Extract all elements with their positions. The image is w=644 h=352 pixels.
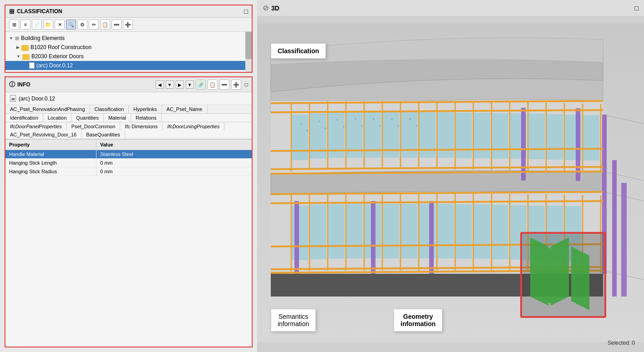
tab-hyperlinks[interactable]: Hyperlinks [129,105,162,113]
classification-title: ⊞ CLASSIFICATION [9,8,62,15]
svg-point-96 [355,118,356,120]
callout-semantics-text: Semanticsinformation [278,313,309,327]
info-copy-btn[interactable]: 📋 [208,80,218,90]
toolbar-btn-1[interactable]: ⊞ [9,20,19,30]
nav-dropdown-btn[interactable]: ▼ [166,80,174,89]
svg-rect-67 [474,204,490,259]
svg-rect-66 [456,204,472,259]
toolbar-btn-filter[interactable]: 🔍 [66,20,76,30]
tab-ac-pset-renovation[interactable]: AC_Pset_RenovationAndPhasing [5,105,90,113]
nav-dropdown2-btn[interactable]: ▼ [186,80,194,89]
classification-scrollbar[interactable] [245,32,252,72]
item-doc-icon: ▤ [10,95,16,102]
svg-point-98 [373,118,375,120]
svg-rect-63 [401,204,417,258]
svg-rect-41 [310,113,326,159]
cube-icon: ⊞ [9,8,15,15]
svg-rect-40 [292,115,308,160]
tab-ifc-door-lining[interactable]: IfcDoorLiningProperties [162,122,224,131]
svg-rect-49 [456,113,472,158]
svg-rect-73 [294,201,299,274]
svg-point-100 [391,118,393,120]
toolbar-btn-2[interactable]: ≡ [20,20,30,30]
tree-item-b2030[interactable]: ▼ B2030 Exterior Doors [5,52,245,61]
expand-arrow-building: ▼ [9,36,13,40]
folder-b2030 [22,54,30,60]
svg-point-103 [416,125,417,127]
folder-b1020 [21,45,29,51]
svg-point-94 [336,119,338,121]
tab-ac-pset-revolving[interactable]: AC_Pset_Revolving_Door_16 [5,131,81,139]
toolbar-btn-minus[interactable]: ➖ [112,20,122,30]
svg-point-101 [397,125,399,127]
svg-point-99 [379,125,381,127]
tab-pset-door-common[interactable]: Pset_DoorCommon [67,122,121,131]
info-add-btn[interactable]: ➕ [231,80,241,90]
tab-ifc-door-panel[interactable]: IfcDoorPanelProperties [5,122,67,131]
building-svg [257,16,644,350]
toolbar-btn-4[interactable]: 📁 [43,20,53,30]
svg-point-90 [300,123,302,125]
tab-ifc-dimensions[interactable]: Ifc Dimensions [120,122,162,131]
prop-header: Property Value [5,140,252,150]
view-maximize[interactable]: □ [635,5,639,12]
svg-point-91 [306,130,308,131]
classification-toolbar: ⊞ ≡ 📄 📁 ✕ 🔍 ⚙ ✏ 📋 ➖ ➕ [5,18,252,32]
building-3d-view[interactable]: Classification Semanticsinformation Geom… [257,16,644,350]
prop-value-hanging-length: 0 mm [96,159,252,167]
svg-rect-53 [528,114,545,159]
svg-rect-51 [492,113,508,159]
info-link-btn[interactable]: 🔗 [196,80,206,90]
svg-rect-50 [474,113,490,158]
info-maximize[interactable]: □ [245,81,248,88]
prop-name-hanging-radius: Hanging Stick Radius [5,167,96,176]
svg-rect-48 [437,112,454,158]
tree-label-b2030: B2030 Exterior Doors [31,53,84,60]
svg-rect-57 [292,206,308,260]
tab-location[interactable]: Location [43,114,72,122]
info-nav: ◀ ▼ ▶ ▼ 🔗 📋 ➖ ➕ □ [156,80,248,90]
svg-point-93 [325,127,326,129]
svg-rect-79 [612,160,617,297]
tab-relations[interactable]: Relations [131,114,162,122]
svg-rect-110 [621,183,627,297]
view-header: ⊘ 3D □ [257,0,644,16]
toolbar-btn-edit[interactable]: ✏ [89,20,99,30]
tree-item-b1020[interactable]: ▶ B1020 Roof Construction [5,43,245,52]
nav-forward-btn[interactable]: ▶ [176,80,184,89]
classification-maximize[interactable]: □ [244,8,248,15]
toolbar-btn-5[interactable]: ✕ [55,20,65,30]
classification-panel: ⊞ CLASSIFICATION □ ⊞ ≡ 📄 📁 ✕ 🔍 ⚙ ✏ 📋 ➖ ➕… [5,5,253,73]
svg-point-102 [409,118,411,120]
info-remove-btn[interactable]: ➖ [219,80,229,90]
prop-row-handle-material[interactable]: Handle Material Stainless Steel [5,150,252,159]
svg-rect-74 [371,201,375,274]
svg-rect-58 [310,205,326,259]
tab-ac-pset-name[interactable]: AC_Pset_Name [162,105,208,113]
svg-rect-62 [383,204,399,258]
classification-scrollbar-thumb[interactable] [245,32,252,59]
properties-table: Property Value Handle Material Stainless… [5,140,252,347]
toolbar-btn-copy[interactable]: 📋 [100,20,110,30]
view-title-text: 3D [271,5,279,12]
toolbar-btn-3[interactable]: 📄 [32,20,42,30]
prop-col-name: Property [5,141,96,148]
prop-row-hanging-length[interactable]: Hanging Stick Length 0 mm [5,159,252,167]
tab-base-quantities[interactable]: BaseQuantities [81,131,125,139]
prop-row-hanging-radius[interactable]: Hanging Stick Radius 0 mm [5,167,252,176]
tab-classification[interactable]: Classification [90,105,129,113]
tab-quantities[interactable]: Quantities [71,114,104,122]
tab-material[interactable]: Material [104,114,131,122]
tree-item-building-elements[interactable]: ▼ ⊞ Building Elements [5,34,245,43]
nav-back-btn[interactable]: ◀ [156,80,164,89]
toolbar-btn-settings[interactable]: ⚙ [77,20,87,30]
svg-rect-77 [576,108,580,181]
expand-arrow-b1020: ▶ [16,45,20,50]
prop-name-hanging-length: Hanging Stick Length [5,159,96,167]
toolbar-btn-add[interactable]: ➕ [123,20,133,30]
right-panel: ⊘ 3D □ [257,0,644,352]
svg-rect-105 [522,234,604,316]
tab-identification[interactable]: Identification [5,114,43,122]
callout-semantics: Semanticsinformation [271,309,316,332]
tree-item-door-012[interactable]: ▤ (arc) Door.0.12 [5,61,245,70]
